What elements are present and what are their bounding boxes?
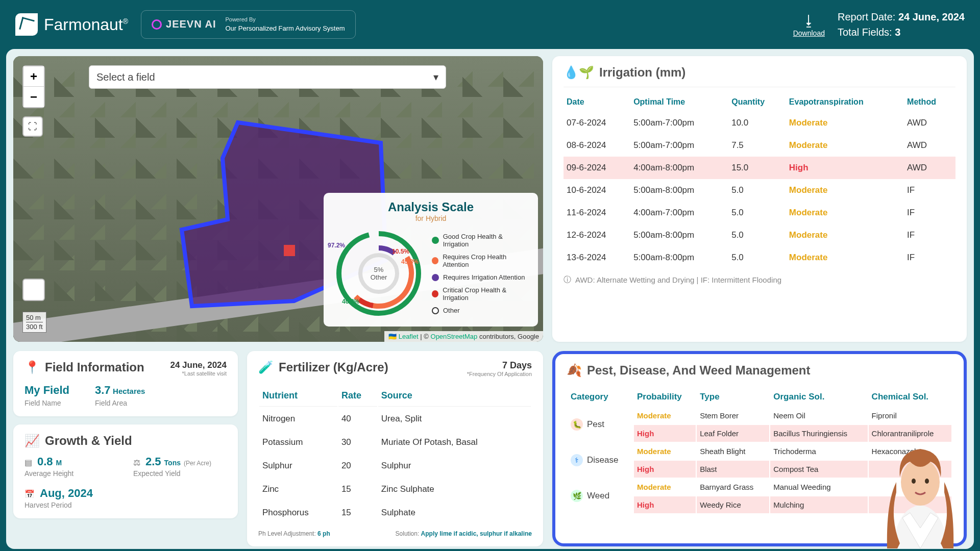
analysis-donut: 5% Other 97.2% 10.5% 45.8% 40.8% bbox=[333, 228, 425, 319]
ruler-icon: ▤ bbox=[24, 458, 32, 467]
field-select-dropdown[interactable]: Select a field ▾ bbox=[89, 65, 446, 89]
brand-logo: Farmonaut® bbox=[15, 13, 128, 36]
brand-name: Farmonaut® bbox=[44, 15, 128, 34]
table-row: 12-6-20245:00am-8:00pm5.0ModerateIF bbox=[564, 224, 955, 246]
svg-rect-1 bbox=[284, 245, 295, 256]
osm-link[interactable]: OpenStreetMap bbox=[431, 333, 478, 340]
table-row: Phosphorus15Sulphate bbox=[259, 502, 531, 524]
download-icon: ⭳ bbox=[793, 12, 825, 29]
svg-point-7 bbox=[877, 518, 964, 548]
jeevn-powered-label: Powered By bbox=[225, 16, 345, 23]
analysis-subtitle: for Hybrid bbox=[333, 214, 529, 222]
analysis-scale-card: Analysis Scale for Hybrid 5% Other bbox=[324, 193, 538, 327]
weed-icon: 🌿 bbox=[571, 490, 583, 502]
table-row: 🌿WeedModerateBarnyard GrassManual Weedin… bbox=[568, 479, 951, 495]
table-row: Zinc15Zinc Sulphate bbox=[259, 478, 531, 500]
zoom-out-button[interactable]: − bbox=[23, 87, 44, 107]
measure-button[interactable] bbox=[22, 279, 45, 301]
report-meta: Report Date: 24 June, 2024 Total Fields:… bbox=[838, 9, 965, 40]
analysis-legend: Good Crop Health & Irrigation Requires C… bbox=[432, 228, 529, 319]
table-row: 11-6-20244:00am-7:00pm5.0ModerateIF bbox=[564, 202, 955, 224]
field-map[interactable]: + − ⛶ 50 m 300 ft Select a field ▾ 🇺🇦 Le… bbox=[13, 56, 543, 342]
field-name-value: My Field bbox=[24, 384, 69, 397]
app-header: Farmonaut® JEEVN AI Powered By Our Perso… bbox=[0, 0, 980, 49]
info-icon: ⓘ bbox=[564, 275, 571, 285]
calendar-icon: 📅 bbox=[24, 489, 35, 499]
leaflet-link[interactable]: Leaflet bbox=[399, 333, 419, 340]
table-row: Nitrogen40Urea, Split bbox=[259, 408, 531, 430]
water-drop-icon: 💧🌱 bbox=[564, 65, 594, 80]
table-row: Sulphur20Sulphur bbox=[259, 455, 531, 477]
table-row: 09-6-20244:00am-8:00pm15.0HighAWD bbox=[564, 157, 955, 179]
flask-icon: 🧪 bbox=[258, 360, 274, 374]
table-row: 10-6-20245:00am-8:00pm5.0ModerateIF bbox=[564, 179, 955, 202]
leaf-bug-icon: 🍂 bbox=[567, 363, 582, 378]
pest-table: Category Probability Type Organic Sol. C… bbox=[567, 387, 952, 514]
scale-icon: ⚖ bbox=[133, 458, 140, 467]
table-row: 08-6-20245:00am-7:00pm7.5ModerateAWD bbox=[564, 134, 955, 157]
zoom-in-button[interactable]: + bbox=[23, 66, 44, 87]
scale-bar: 50 m 300 ft bbox=[22, 312, 46, 333]
farmonaut-logo-icon bbox=[15, 13, 38, 36]
disease-icon: ⚕ bbox=[571, 454, 583, 466]
irrigation-title: Irrigation (mm) bbox=[599, 65, 685, 80]
fertilizer-card: 🧪 Fertilizer (Kg/Acre) 7 Days *Frequency… bbox=[247, 351, 543, 546]
field-info-card: 📍 Field Information 24 June, 2024 *Last … bbox=[13, 351, 238, 416]
table-row: ⚕DiseaseModerateSheath BlightTrichoderma… bbox=[568, 443, 951, 460]
pin-icon: 📍 bbox=[24, 360, 40, 374]
pest-icon: 🐛 bbox=[571, 418, 583, 431]
irrigation-table: Date Optimal Time Quantity Evapotranspir… bbox=[564, 92, 955, 269]
fullscreen-button[interactable]: ⛶ bbox=[22, 116, 43, 137]
zoom-controls: + − bbox=[22, 65, 45, 108]
jeevn-badge: JEEVN AI Powered By Our Personalized Far… bbox=[141, 10, 355, 39]
growth-yield-card: 📈 Growth & Yield ▤0.8M Average Height ⚖2… bbox=[13, 424, 238, 518]
jeevn-subtitle: Our Personalized Farm Advisory System bbox=[225, 24, 345, 33]
growth-icon: 📈 bbox=[24, 434, 40, 448]
irrigation-panel: 💧🌱 Irrigation (mm) Date Optimal Time Qua… bbox=[552, 56, 967, 342]
download-button[interactable]: ⭳ Download bbox=[793, 12, 825, 37]
table-row: 13-6-20245:00am-8:00pm5.0ModerateIF bbox=[564, 246, 955, 269]
jeevn-ring-icon bbox=[152, 19, 162, 30]
jeevn-name: JEEVN AI bbox=[166, 18, 216, 30]
pest-management-card: 🍂 Pest, Disease, And Weed Management Cat… bbox=[552, 351, 967, 546]
fertilizer-table: Nutrient Rate Source Nitrogen40Urea, Spl… bbox=[258, 384, 532, 525]
analysis-title: Analysis Scale bbox=[333, 200, 529, 214]
map-attribution: 🇺🇦 Leaflet | © OpenStreetMap contributor… bbox=[384, 331, 543, 342]
table-row: Potassium30Muriate Of Potash, Basal bbox=[259, 431, 531, 454]
irrigation-footnote: ⓘ AWD: Alternate Wetting and Drying | IF… bbox=[564, 275, 955, 285]
table-row: 07-6-20245:00am-7:00pm10.0ModerateAWD bbox=[564, 112, 955, 134]
chevron-down-icon: ▾ bbox=[433, 71, 438, 83]
table-row: 🐛PestModerateStem BorerNeem OilFipronil bbox=[568, 407, 951, 424]
